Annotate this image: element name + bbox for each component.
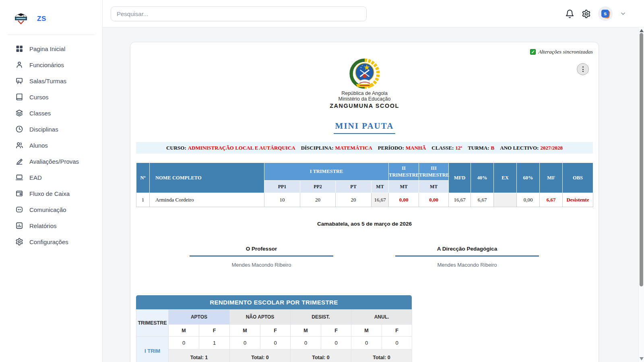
col-header-40: 40% xyxy=(471,163,494,193)
page-title-wrap: MINI PAUTA xyxy=(130,121,599,134)
grade-cell-ex xyxy=(494,193,517,207)
info-curso: CURSO:ADMINISTRAÇÃO LOCAL E AUTÁRQUICA xyxy=(166,145,295,151)
signature-name: Mendes Macondo Ribeiro xyxy=(190,262,333,268)
book-icon xyxy=(15,93,23,101)
scroll-up-arrow[interactable] xyxy=(640,29,644,32)
summary-sub-f: F xyxy=(260,325,291,337)
info-periodo: PERÍODO:MANHÃ xyxy=(378,145,426,151)
summary-value: 0 xyxy=(260,337,291,350)
grade-cell-mt3: 0,00 xyxy=(419,193,449,207)
summary-value: 0 xyxy=(382,337,412,350)
gear-icon xyxy=(582,9,591,19)
presentation-icon xyxy=(15,77,23,85)
summary-group-anul: ANUL. xyxy=(351,310,412,325)
chat-icon xyxy=(15,206,23,214)
vertical-scrollbar[interactable] xyxy=(638,27,644,362)
col-header-pp2: PP2 xyxy=(300,181,336,193)
sidebar-item-label: Classes xyxy=(29,110,51,117)
signature-title: A Direcção Pedagógica xyxy=(395,246,539,257)
date-line: Camabatela, aos 5 de março de 2026 xyxy=(130,221,599,227)
app-logo[interactable]: ZS xyxy=(0,0,102,35)
sidebar-item-disciplinas[interactable]: Disciplinas xyxy=(0,121,102,137)
avatar[interactable]: s xyxy=(598,6,613,21)
sidebar-item-fluxo-de-caixa[interactable]: Fluxo de Caixa xyxy=(0,185,102,202)
pencil-icon xyxy=(15,157,23,165)
sidebar-item-comunicacao[interactable]: Comunicação xyxy=(0,202,102,218)
col-header-pp1: PP1 xyxy=(264,181,300,193)
sidebar-item-label: Configurações xyxy=(29,239,68,245)
settings-button[interactable] xyxy=(582,9,591,19)
sidebar-item-funcionarios[interactable]: Funcionários xyxy=(0,57,102,73)
scroll-down-arrow[interactable] xyxy=(640,357,644,360)
sync-status-text: Alterações sincronizadas xyxy=(538,49,593,55)
summary-totals-row: Total: 1 Total: 0 Total: 0 Total: 0 xyxy=(136,350,412,362)
summary-sub-m: M xyxy=(351,325,382,337)
sidebar-item-relatorios[interactable]: Relatórios xyxy=(0,218,102,234)
sidebar-item-label: Salas/Turmas xyxy=(29,78,66,84)
col-header-mf: MF xyxy=(540,163,563,193)
grade-cell-40: 6,67 xyxy=(471,193,494,207)
summary-group-nao-aptos: NÃO APTOS xyxy=(230,310,291,325)
checkbox-checked-icon: ✓ xyxy=(530,49,536,55)
info-classe: CLASSE:12ª xyxy=(431,145,462,151)
col-header-trimestre-2: II TRIMESTRE xyxy=(389,163,419,181)
col-header-trimestre-3: III TRIMESTRE xyxy=(419,163,449,181)
col-header-pt: PT xyxy=(336,181,372,193)
bar-chart-icon xyxy=(15,222,23,230)
summary-value: 0 xyxy=(321,337,351,350)
card-menu-button[interactable] xyxy=(577,63,589,75)
scrollbar-thumb[interactable] xyxy=(640,33,643,286)
grades-table: Nº NOME COMPLETO I TRIMESTRE II TRIMESTR… xyxy=(136,162,593,207)
sidebar-item-label: EAD xyxy=(29,174,42,181)
grade-cell-mf: 6,67 xyxy=(540,193,563,207)
summary-values-row: I TRIM 0 1 0 0 0 0 0 0 xyxy=(136,337,412,350)
sidebar-item-configuracoes[interactable]: Configurações xyxy=(0,234,102,250)
grade-cell-mt1: 16,67 xyxy=(372,193,389,207)
gear-icon xyxy=(15,238,23,246)
summary-value: 0 xyxy=(291,337,321,350)
sidebar-item-avaliacoes-provas[interactable]: Avaliações/Provas xyxy=(0,153,102,169)
sidebar-item-label: Comunicação xyxy=(29,206,66,213)
col-header-trimestre-1: I TRIMESTRE xyxy=(264,163,389,181)
sidebar-item-label: Alunos xyxy=(29,142,48,149)
sidebar-item-ead[interactable]: EAD xyxy=(0,169,102,185)
sidebar-item-cursos[interactable]: Cursos xyxy=(0,89,102,105)
sidebar-item-label: Funcionários xyxy=(29,62,64,68)
org-ministry: Ministério da Educação xyxy=(130,96,599,102)
sidebar-item-salas-turmas[interactable]: Salas/Turmas xyxy=(0,73,102,89)
sidebar-item-alunos[interactable]: Alunos xyxy=(0,137,102,153)
summary-group-desist: DESIST. xyxy=(291,310,351,325)
col-header-obs: OBS xyxy=(563,163,593,193)
signature-name: Mendes Macondo Ribeiro xyxy=(395,262,539,268)
summary-table-title: RENDIMENTO ESCOLAR POR TRIMESTRE xyxy=(136,295,412,309)
grade-cell-obs: Desistente xyxy=(563,193,593,207)
sidebar-item-label: Relatórios xyxy=(29,222,57,229)
summary-sub-m: M xyxy=(169,325,199,337)
avatar-letter: s xyxy=(601,10,609,17)
sync-status-badge: ✓ Alterações sincronizadas xyxy=(530,49,593,55)
notifications-button[interactable] xyxy=(565,9,574,19)
sidebar-item-pagina-inicial[interactable]: Pagina Inicial xyxy=(0,41,102,57)
info-turma: TURMA:B xyxy=(468,145,494,151)
summary-total-nao-aptos: Total: 0 xyxy=(230,350,291,362)
grade-cell-60: 0,00 xyxy=(517,193,540,207)
dashboard-icon xyxy=(15,45,23,53)
wallet-icon xyxy=(15,189,23,197)
org-country: República de Angola xyxy=(130,90,599,96)
profile-menu-toggle[interactable] xyxy=(620,10,626,17)
col-header-ex: EX xyxy=(494,163,517,193)
col-header-60: 60% xyxy=(517,163,540,193)
chevron-down-icon xyxy=(620,10,626,17)
summary-row-label: I TRIM xyxy=(136,337,169,362)
grade-cell-no: 1 xyxy=(136,193,150,207)
signature-professor: O Professor Mendes Macondo Ribeiro xyxy=(190,246,333,268)
sidebar-item-classes[interactable]: Classes xyxy=(0,105,102,121)
mini-pauta-card: ✓ Alterações sincronizadas República de … xyxy=(130,42,599,362)
summary-value: 1 xyxy=(199,337,230,350)
layers-icon xyxy=(15,109,23,117)
summary-value: 0 xyxy=(169,337,199,350)
search-input[interactable] xyxy=(111,6,367,21)
col-header-mfd: MFD xyxy=(449,163,471,193)
summary-value: 0 xyxy=(230,337,260,350)
summary-total-anul: Total: 0 xyxy=(351,350,412,362)
